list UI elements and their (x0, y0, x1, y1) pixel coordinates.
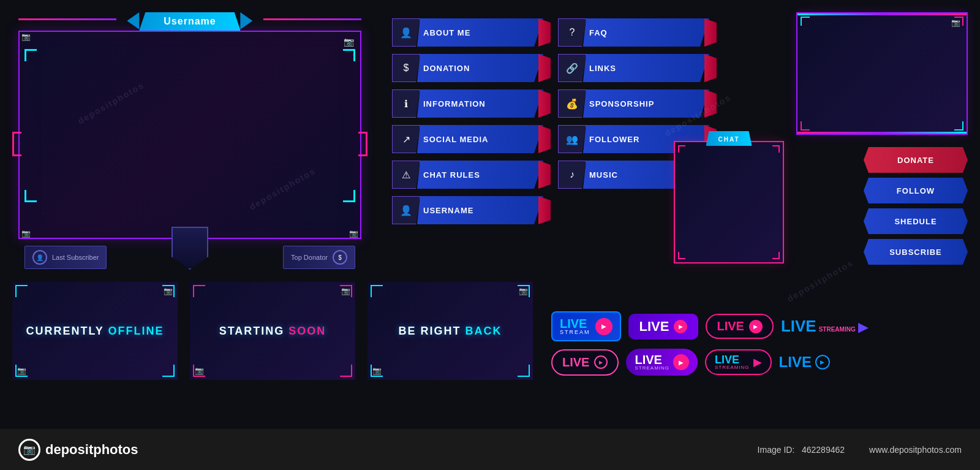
streaming-dark-small: STREAMING (715, 365, 750, 370)
preview-cam-icon: 📷 (951, 18, 960, 27)
live-badge-purple-1: LIVE ▶ (628, 314, 699, 339)
live-dark-text: LIVE (562, 355, 589, 370)
chat-corner-bl (678, 252, 685, 259)
back-corner-tl (371, 285, 383, 297)
menu-btn-donation[interactable]: $ DONATION (392, 54, 551, 82)
about-me-tail (538, 18, 551, 47)
footer-logo-icon: 📷 (18, 439, 40, 461)
stream-frame-inner: 📷 (18, 31, 361, 239)
live-badge-stream-1: LIVE STREAM ▶ (551, 311, 621, 341)
username-tag: Username (139, 12, 240, 31)
corner-bl (24, 190, 37, 202)
live-blue-text: LIVE (779, 354, 812, 371)
chat-corner-tr (772, 145, 780, 153)
chat-panel: CHAT (674, 141, 784, 263)
menu-btn-about-me[interactable]: 👤 ABOUT ME (392, 18, 551, 47)
stream-frame: Username 📷 👤 Last Subs (12, 12, 368, 276)
live-stream-text-1: LIVE STREAM (560, 317, 590, 335)
live-streaming-purple-text: LIVE STREAMING (635, 354, 669, 371)
soon-cam-tr: 📷 (341, 287, 350, 295)
donator-icon: $ (333, 250, 347, 265)
username-tag-bg: Username (139, 12, 240, 31)
live-badges: LIVE STREAM ▶ LIVE ▶ LIVE ▶ LIVE STREAMI… (551, 311, 968, 383)
status-panel-soon: 📷 📷 STARTING SOON (190, 282, 355, 380)
soon-cam-bl: 📷 (195, 366, 204, 375)
schedule-button[interactable]: SHEDULE (864, 208, 968, 234)
social-media-tail (538, 125, 551, 153)
offline-highlight: OFFLINE (108, 325, 164, 337)
live-streaming-stack: STREAMING (819, 326, 856, 333)
tag-left-triangle (127, 12, 139, 29)
chat-rules-label: CHAT RULES (417, 161, 543, 189)
stream-preview: 📷 (796, 12, 968, 135)
menu-btn-username[interactable]: 👤 USERNAME (392, 196, 551, 224)
subscribe-button[interactable]: SUBSCRIBE (864, 239, 968, 265)
faq-label: FAQ (583, 18, 709, 47)
back-cam-tr: 📷 (519, 287, 528, 295)
live-streaming-dark: LIVE STREAMING ▶ (705, 349, 772, 375)
offline-cam-tr: 📷 (164, 287, 173, 295)
watermark-4: depositphotos (785, 257, 855, 303)
corner-br (343, 190, 355, 202)
offline-corner-br (162, 365, 175, 377)
donation-icon: $ (392, 54, 420, 82)
side-bracket-left (12, 132, 21, 156)
frame-top-left-line (18, 18, 116, 20)
soon-highlight: SOON (288, 325, 326, 337)
stream-bottom-bar: 👤 Last Subscriber Top Donator $ (12, 239, 368, 276)
sponsorship-label: SPONSORSHIP (583, 89, 709, 118)
follower-icon: 👥 (558, 125, 586, 153)
information-label: INFORMATION (417, 89, 543, 118)
play-outline-circle: ▶ (594, 355, 608, 369)
footer-logo-text: depositphotos (45, 442, 138, 458)
footer-image-id-value: 462289462 (802, 445, 845, 455)
footer-image-id-label: Image ID: (758, 445, 795, 455)
play-circle-3: ▶ (749, 320, 763, 333)
live-cyan: LIVE (715, 354, 750, 365)
play-circle-purple: ▶ (673, 354, 689, 370)
music-icon: ♪ (558, 161, 586, 189)
play-circle-2: ▶ (674, 320, 687, 333)
cam-icon-br: 📷 (349, 229, 358, 238)
menu-btn-faq[interactable]: ? FAQ (558, 18, 717, 47)
menu-btn-sponsorship[interactable]: 💰 SPONSORSHIP (558, 89, 717, 118)
top-donator-box: Top Donator $ (283, 246, 355, 269)
preview-corner-br (954, 121, 963, 131)
status-panel-back: 📷 📷 BE RIGHT BACK (368, 282, 533, 380)
play-circle-1: ▶ (595, 318, 612, 335)
menu-btn-social-media[interactable]: ↗ SOCIAL MEDIA (392, 125, 551, 153)
follow-button[interactable]: FOLLOW (864, 178, 968, 203)
main-content: Username 📷 👤 Last Subs (0, 0, 980, 429)
menu-btn-information[interactable]: ℹ INFORMATION (392, 89, 551, 118)
chat-rules-tail (538, 161, 551, 189)
footer-bar: 📷 depositphotos Image ID: 462289462 www.… (0, 429, 980, 470)
footer-logo: 📷 depositphotos (18, 439, 138, 461)
back-highlight: BACK (466, 325, 502, 337)
live-streaming-purple: LIVE STREAMING ▶ (626, 349, 698, 376)
tag-right-triangle (241, 12, 253, 29)
offline-status-text: CURRENTLY OFFLINE (26, 325, 164, 338)
chat-corner-tl (678, 145, 685, 153)
menu-btn-links[interactable]: 🔗 LINKS (558, 54, 717, 82)
live-row-2: LIVE ▶ LIVE STREAMING ▶ LIVE STREAMING ▶ (551, 349, 968, 376)
live-streaming-text: LIVE STREAMING ▶ (781, 317, 869, 336)
menu-btn-chat-rules[interactable]: ⚠ CHAT RULES (392, 161, 551, 189)
menu-grid: 👤 ABOUT ME ? FAQ $ DONATION 🔗 LINKS (392, 18, 717, 224)
menu-section: 👤 ABOUT ME ? FAQ $ DONATION 🔗 LINKS (392, 18, 717, 224)
footer-image-id: Image ID: 462289462 (758, 445, 845, 455)
information-tail (538, 89, 551, 118)
soon-status-text: STARTING SOON (219, 325, 326, 338)
sponsorship-tail (704, 89, 717, 118)
footer-website: www.depositphotos.com (869, 445, 962, 455)
sponsorship-icon: 💰 (558, 89, 586, 118)
links-label: LINKS (583, 54, 709, 82)
username-menu-label: USERNAME (417, 196, 543, 224)
offline-corner-tl (15, 285, 28, 297)
about-me-label: ABOUT ME (417, 18, 543, 47)
username-text: Username (164, 16, 216, 26)
action-buttons: DONATE FOLLOW SHEDULE SUBSCRIBE (864, 147, 968, 265)
chat-label-text: CHAT (718, 136, 739, 143)
corner-tl (24, 49, 37, 61)
live-purple-text: LIVE (639, 319, 669, 335)
donate-button[interactable]: DONATE (864, 147, 968, 173)
